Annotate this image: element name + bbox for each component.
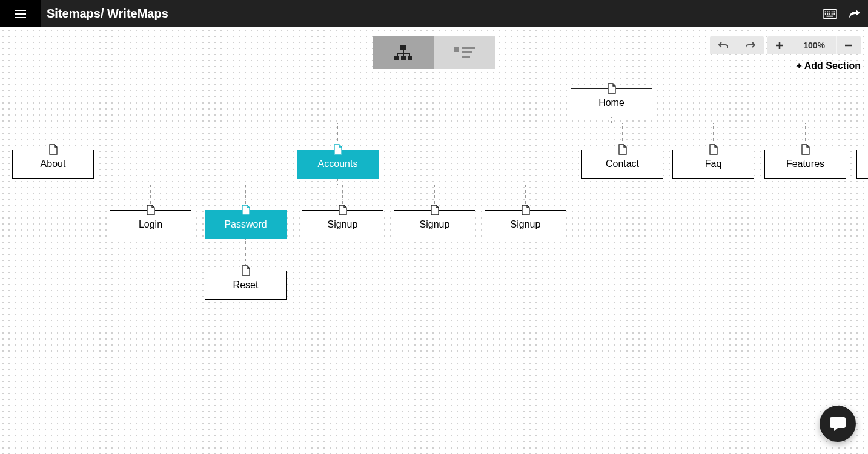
hamburger-icon — [15, 10, 26, 18]
svg-rect-21 — [454, 47, 459, 52]
svg-rect-15 — [408, 56, 412, 60]
node-label: Password — [224, 219, 267, 230]
undo-button[interactable] — [710, 36, 737, 54]
node-signup2[interactable]: Signup — [394, 210, 475, 239]
svg-rect-13 — [394, 56, 399, 60]
node-label: Contact — [606, 159, 639, 169]
node-signup3[interactable]: Signup — [485, 210, 566, 239]
file-icon — [242, 205, 250, 215]
file-icon — [618, 144, 627, 155]
node-home[interactable]: Home — [571, 88, 652, 117]
connector — [53, 123, 868, 123]
keyboard-icon[interactable] — [823, 8, 837, 19]
svg-rect-7 — [827, 13, 828, 15]
zoom-in-button[interactable] — [767, 36, 792, 54]
view-toggle — [373, 36, 495, 69]
svg-rect-8 — [829, 13, 830, 15]
svg-rect-2 — [827, 11, 828, 12]
svg-rect-16 — [403, 50, 404, 53]
node-label: Accounts — [318, 159, 358, 169]
zoom-level[interactable]: 100% — [792, 36, 837, 54]
svg-rect-24 — [462, 56, 470, 58]
node-login[interactable]: Login — [110, 210, 191, 239]
node-features[interactable]: Features — [764, 150, 846, 179]
svg-rect-14 — [401, 56, 406, 60]
chat-icon — [829, 416, 846, 432]
node-accounts[interactable]: Accounts — [297, 150, 379, 179]
file-icon — [522, 205, 530, 215]
zoom-group: 100% — [767, 36, 861, 54]
add-section-link[interactable]: + Add Section — [796, 61, 861, 71]
svg-rect-22 — [462, 47, 475, 49]
tree-icon — [394, 45, 412, 60]
file-icon — [431, 205, 439, 215]
history-group — [710, 36, 764, 54]
file-icon — [49, 144, 58, 155]
toolbar-right: 100% — [710, 36, 861, 54]
file-icon — [339, 205, 347, 215]
canvas[interactable]: 100% + Add Section Home About Accounts C… — [0, 27, 868, 454]
node-about[interactable]: About — [12, 150, 94, 179]
svg-rect-20 — [409, 53, 410, 56]
file-icon — [608, 83, 616, 94]
file-icon — [242, 265, 250, 276]
node-label: Features — [786, 159, 824, 169]
file-icon — [709, 144, 718, 155]
share-icon[interactable] — [847, 8, 861, 19]
svg-rect-19 — [403, 53, 404, 56]
menu-button[interactable] — [0, 0, 41, 27]
node-label: Reset — [233, 280, 259, 291]
file-icon — [334, 144, 342, 155]
file-icon — [147, 205, 155, 215]
zoom-out-button[interactable] — [837, 36, 861, 54]
svg-rect-1 — [825, 11, 826, 12]
svg-rect-10 — [833, 13, 835, 15]
header: Sitemaps/ WriteMaps — [0, 0, 868, 27]
svg-rect-6 — [825, 13, 826, 15]
node-contact[interactable]: Contact — [581, 150, 663, 179]
svg-rect-9 — [832, 13, 833, 15]
node-page_extra[interactable] — [856, 150, 868, 179]
svg-rect-12 — [400, 45, 406, 50]
tree-view-button[interactable] — [373, 36, 434, 69]
svg-rect-4 — [832, 11, 833, 12]
svg-rect-3 — [829, 11, 830, 12]
svg-rect-11 — [827, 15, 833, 16]
redo-button[interactable] — [737, 36, 764, 54]
header-actions — [823, 0, 861, 27]
breadcrumb[interactable]: Sitemaps/ WriteMaps — [47, 7, 168, 21]
file-icon — [801, 144, 810, 155]
chat-widget[interactable] — [820, 406, 856, 442]
node-label: Signup — [420, 219, 450, 230]
svg-rect-5 — [833, 11, 835, 12]
connector — [150, 185, 526, 185]
connector — [611, 117, 612, 123]
node-signup1[interactable]: Signup — [302, 210, 383, 239]
node-faq[interactable]: Faq — [672, 150, 754, 179]
list-icon — [454, 46, 475, 59]
connector — [337, 179, 338, 185]
svg-rect-23 — [462, 51, 472, 53]
node-label: About — [41, 159, 66, 169]
node-label: Signup — [328, 219, 358, 230]
node-label: Signup — [511, 219, 541, 230]
node-label: Faq — [705, 159, 722, 169]
node-label: Login — [139, 219, 162, 230]
svg-rect-18 — [397, 53, 398, 56]
node-reset[interactable]: Reset — [205, 271, 287, 300]
node-label: Home — [598, 97, 624, 108]
node-password[interactable]: Password — [205, 210, 287, 239]
list-view-button[interactable] — [434, 36, 495, 69]
